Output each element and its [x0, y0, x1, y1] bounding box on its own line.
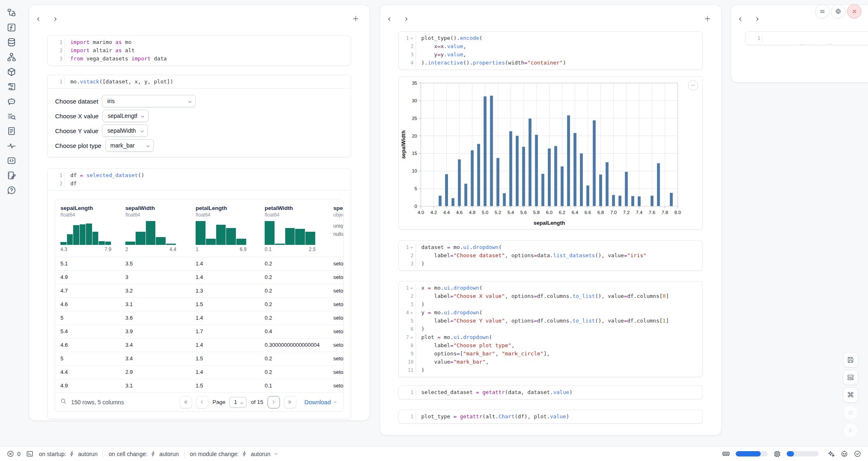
- table-row[interactable]: 53.61.40.2setosa: [55, 311, 343, 325]
- on-module-change-setting[interactable]: on module change: autorun: [190, 451, 279, 457]
- fold-chevron-icon[interactable]: [410, 286, 413, 290]
- last-page-icon[interactable]: [284, 396, 296, 408]
- code-editor[interactable]: 1df = selected_dataset()2df: [48, 169, 351, 190]
- connection-status-icon[interactable]: [854, 450, 861, 458]
- generate-with-ai-link[interactable]: generate: [852, 43, 868, 45]
- next-page-icon[interactable]: [268, 396, 280, 408]
- column-next-icon[interactable]: [50, 14, 60, 24]
- on-startup-setting[interactable]: on startup: autorun: [39, 451, 98, 457]
- table-row[interactable]: 4.931.40.2setosa: [55, 271, 343, 284]
- table-row[interactable]: 4.93.11.50.1setosa: [55, 379, 343, 393]
- column-next-icon[interactable]: [401, 14, 411, 24]
- svg-text:10: 10: [412, 168, 417, 173]
- choose-plot-type-select[interactable]: mark_bar: [105, 139, 154, 152]
- column-next-icon[interactable]: [752, 14, 762, 24]
- code-editor[interactable]: 1import marimo as mo2import altair as al…: [48, 36, 351, 65]
- chart-output: 4.04.24.44.64.85.05.25.45.65.86.06.26.46…: [398, 76, 703, 230]
- table-row[interactable]: 4.63.11.50.2setosa: [55, 298, 343, 311]
- column-prev-icon[interactable]: [33, 14, 43, 24]
- column-header-sepalLength[interactable]: sepalLengthfloat644.37.9: [60, 199, 122, 252]
- outline-icon[interactable]: [6, 111, 17, 122]
- packages-icon[interactable]: [6, 67, 17, 77]
- fold-chevron-icon[interactable]: [410, 336, 413, 339]
- table-row[interactable]: 5.43.91.70.4setosa: [55, 325, 343, 339]
- terminal-icon[interactable]: [26, 450, 34, 458]
- column-header-petalWidth[interactable]: petalWidthfloat640.12.5: [265, 199, 326, 252]
- table-cell: 3.1: [125, 301, 133, 307]
- svg-text:25: 25: [412, 116, 417, 121]
- line-number: 2: [399, 251, 416, 260]
- run-icon[interactable]: [843, 423, 858, 438]
- memory-usage-bar: [736, 451, 768, 456]
- download-button[interactable]: Download: [305, 399, 338, 406]
- code-line: 10 value="mark_bar",: [399, 358, 702, 366]
- svg-text:4.8: 4.8: [469, 210, 476, 215]
- code-editor[interactable]: 1selected_dataset = getattr(data, datase…: [399, 386, 702, 399]
- logs-icon[interactable]: [6, 81, 17, 92]
- column-header-petalLength[interactable]: petalLengthfloat6416.9: [196, 199, 257, 252]
- table-cell: 4.6: [60, 301, 68, 307]
- line-number: 6: [399, 325, 416, 333]
- empty-code-cell[interactable]: 1 Start coding or generate with AI: [745, 31, 868, 45]
- table-cell: 1.5: [196, 301, 203, 307]
- ai-chat-icon[interactable]: [6, 96, 17, 107]
- altair-bar-chart[interactable]: 4.04.24.44.64.85.05.25.45.65.86.06.26.46…: [399, 77, 702, 232]
- code-line: 3): [399, 300, 702, 309]
- page-select[interactable]: 1: [229, 397, 247, 408]
- table-row[interactable]: 4.73.21.30.2setosa: [55, 284, 343, 298]
- choose-y-value-select[interactable]: sepalWidth: [102, 124, 148, 137]
- table-cell: 1.4: [196, 274, 203, 280]
- documentation-icon[interactable]: [6, 170, 17, 181]
- choose-dataset-select[interactable]: iris: [102, 95, 196, 107]
- table-cell: 1.4: [196, 369, 203, 375]
- snippets-icon[interactable]: [6, 126, 17, 136]
- first-page-icon[interactable]: [180, 396, 192, 408]
- fold-chevron-icon[interactable]: [410, 311, 413, 315]
- keyboard-shortcuts-icon[interactable]: ⌘: [843, 387, 858, 403]
- errors-indicator[interactable]: 0: [7, 450, 21, 458]
- add-cell-icon[interactable]: [351, 14, 360, 23]
- help-icon[interactable]: [6, 185, 17, 196]
- error-count: 0: [17, 451, 21, 457]
- column-header-species[interactable]: speciesobjectunique:nulls:: [333, 199, 343, 238]
- table-cell: 4.4: [60, 369, 68, 375]
- code-editor[interactable]: 1dataset = mo.ui.dropdown(2 label="Choos…: [399, 241, 702, 270]
- dependency-graph-icon[interactable]: [6, 52, 17, 62]
- choose-x-value-select[interactable]: sepalLength: [102, 110, 148, 122]
- line-number: 1: [48, 171, 65, 180]
- line-number: 1: [399, 34, 416, 42]
- code-editor[interactable]: 1plot_type().encode(2 x=x.value,3 y=y.va…: [399, 32, 702, 69]
- table-row[interactable]: 4.42.91.40.2setosa: [55, 366, 343, 379]
- search-icon[interactable]: [60, 398, 67, 406]
- menu-icon[interactable]: [815, 4, 829, 18]
- file-tree-icon[interactable]: [6, 7, 17, 18]
- on-cell-change-setting[interactable]: on cell change: autorun: [108, 451, 179, 457]
- fold-chevron-icon[interactable]: [410, 246, 413, 249]
- table-row[interactable]: 5.13.51.40.2setosa: [55, 257, 343, 271]
- add-cell-icon[interactable]: [702, 14, 712, 23]
- prev-page-icon[interactable]: [196, 396, 208, 408]
- code-editor[interactable]: 1plot_type = getattr(alt.Chart(df), plot…: [399, 410, 702, 423]
- code-editor[interactable]: 1x = mo.ui.dropdown(2 label="Choose X va…: [399, 281, 702, 377]
- functions-icon[interactable]: [6, 22, 17, 33]
- ai-assistant-icon[interactable]: [840, 450, 848, 458]
- tracing-icon[interactable]: [6, 141, 17, 151]
- scratchpad-icon[interactable]: [6, 155, 17, 166]
- svg-text:sepalWidth: sepalWidth: [400, 130, 406, 159]
- settings-gear-icon[interactable]: [831, 4, 845, 18]
- stop-icon[interactable]: [843, 405, 858, 420]
- table-row[interactable]: 4.63.41.40.30000000000000004setosa: [55, 339, 343, 352]
- layout-grid-icon[interactable]: [843, 370, 858, 385]
- column-header-sepalWidth[interactable]: sepalWidthfloat6424.4: [125, 199, 187, 252]
- fold-chevron-icon[interactable]: [410, 37, 413, 40]
- line-number: 10: [399, 358, 416, 366]
- datasources-icon[interactable]: [6, 37, 17, 48]
- column-prev-icon[interactable]: [735, 14, 745, 24]
- save-icon[interactable]: [843, 352, 858, 367]
- column-prev-icon[interactable]: [384, 14, 394, 24]
- ai-sparkles-icon[interactable]: [827, 450, 835, 458]
- close-icon[interactable]: [847, 4, 861, 18]
- table-row[interactable]: 53.41.50.2setosa: [55, 352, 343, 366]
- chart-actions-icon[interactable]: [688, 80, 698, 90]
- code-editor[interactable]: 1mo.vstack([dataset, x, y, plot]): [48, 75, 351, 88]
